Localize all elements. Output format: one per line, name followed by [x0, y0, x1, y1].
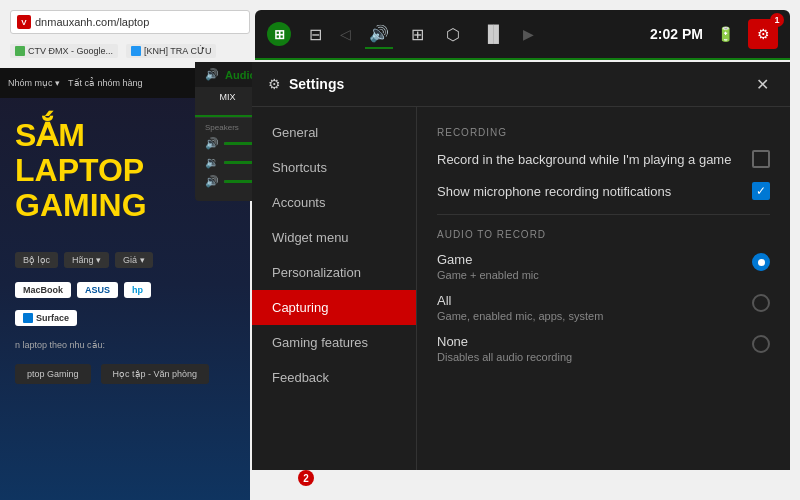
brand-macbook: MacBook	[15, 282, 71, 298]
nav-filter: Tất cả nhóm hàng	[68, 78, 143, 88]
nav-item-gaming-features[interactable]: Gaming features	[252, 325, 416, 360]
website-filters: Bộ lọc Hãng ▾ Giá ▾	[0, 244, 250, 276]
audio-vol-icon-2: 🔊	[205, 175, 219, 188]
section-divider	[437, 214, 770, 215]
recording-checkbox-0[interactable]	[752, 150, 770, 168]
settings-gear-icon: ⚙	[268, 76, 281, 92]
website-bottom-text: n laptop theo nhu cầu:	[0, 332, 250, 358]
audio-radio-none: None Disables all audio recording	[437, 334, 770, 363]
settings-header: ⚙ Settings ✕	[252, 62, 790, 107]
audio-speaker-icon: 🔊	[205, 68, 219, 81]
audio-radio-main-0: Game	[437, 252, 742, 267]
audio-radio-sub-1: Game, enabled mic, apps, system	[437, 310, 742, 322]
nav-item-capturing[interactable]: Capturing	[252, 290, 416, 325]
bookmark-2[interactable]: [KNH] TRA CỨU	[126, 44, 216, 58]
bookmark-label-2: [KNH] TRA CỨU	[144, 46, 211, 56]
browser-address-bar: V dnmauxanh.com/laptop	[10, 10, 250, 34]
surface-icon	[23, 313, 33, 323]
bar-icon-widget[interactable]: ⊟	[305, 21, 326, 48]
nav-item-accounts[interactable]: Accounts	[252, 185, 416, 220]
recording-checkbox-1[interactable]: ✓	[752, 182, 770, 200]
settings-nav: General Shortcuts Accounts Widget menu P…	[252, 107, 417, 470]
brand-row-1: MacBook ASUS hp	[0, 276, 250, 304]
filter-btn-2[interactable]: Giá ▾	[115, 252, 153, 268]
bar-separator-1: ◁	[340, 26, 351, 42]
audio-speaker-row-icon: 🔊	[205, 137, 219, 150]
bar-icon-audio[interactable]: 🔊	[365, 20, 393, 49]
recording-row-0: Record in the background while I'm playi…	[437, 150, 770, 168]
website-tabs: ptop Gaming Học tập - Văn phòng	[0, 358, 250, 390]
nav-item-personalization[interactable]: Personalization	[252, 255, 416, 290]
xbox-game-bar: ⊞ ⊟ ◁ 🔊 ⊞ ⬡ ▐▌ ▶ 2:02 PM 🔋 ⚙ 1	[255, 10, 790, 60]
audio-radio-main-1: All	[437, 293, 742, 308]
nav-item-widget-menu[interactable]: Widget menu	[252, 220, 416, 255]
settings-button[interactable]: ⚙ 1	[748, 19, 778, 49]
audio-radio-all: All Game, enabled mic, apps, system	[437, 293, 770, 322]
brand-hp: hp	[124, 282, 151, 298]
nav-item-general[interactable]: General	[252, 115, 416, 150]
audio-radio-text-2: None Disables all audio recording	[437, 334, 742, 363]
nav-menu: Nhóm mục ▾	[8, 78, 60, 88]
audio-radio-text-1: All Game, enabled mic, apps, system	[437, 293, 742, 322]
settings-title: Settings	[289, 76, 344, 92]
audio-radio-btn-2[interactable]	[752, 335, 770, 353]
recording-label-1: Show microphone recording notifications	[437, 184, 742, 199]
audio-radio-btn-1[interactable]	[752, 294, 770, 312]
favicon: V	[17, 15, 31, 29]
audio-radio-main-2: None	[437, 334, 742, 349]
audio-section-title: AUDIO TO RECORD	[437, 229, 770, 240]
url-text: dnmauxanh.com/laptop	[35, 16, 149, 28]
bookmarks-bar: CTV ĐMX - Google... [KNH] TRA CỨU	[10, 40, 250, 62]
badge-2: 2	[298, 470, 314, 486]
brand-surface: Surface	[15, 310, 77, 326]
brand-asus: ASUS	[77, 282, 118, 298]
bookmark-1[interactable]: CTV ĐMX - Google...	[10, 44, 118, 58]
recording-row-1: Show microphone recording notifications …	[437, 182, 770, 200]
bar-icon-screen[interactable]: ⊞	[407, 21, 428, 48]
bookmark-icon-1	[15, 46, 25, 56]
audio-tab-mix[interactable]: MIX	[195, 87, 260, 117]
bar-icon-performance[interactable]: ▐▌	[478, 21, 509, 47]
xbox-icon: ⊞	[267, 22, 291, 46]
website-tab-1[interactable]: Học tập - Văn phòng	[101, 364, 210, 384]
recording-section-title: RECORDING	[437, 127, 770, 138]
filter-btn-1[interactable]: Hãng ▾	[64, 252, 109, 268]
filter-btn-0[interactable]: Bộ lọc	[15, 252, 58, 268]
gear-icon: ⚙	[757, 26, 770, 42]
audio-radio-sub-2: Disables all audio recording	[437, 351, 742, 363]
audio-radio-sub-0: Game + enabled mic	[437, 269, 742, 281]
bar-time: 2:02 PM	[650, 26, 703, 42]
bookmark-label-1: CTV ĐMX - Google...	[28, 46, 113, 56]
audio-radio-text-0: Game Game + enabled mic	[437, 252, 742, 281]
nav-item-shortcuts[interactable]: Shortcuts	[252, 150, 416, 185]
bookmark-icon-2	[131, 46, 141, 56]
recording-label-0: Record in the background while I'm playi…	[437, 152, 742, 167]
brand-row-2: Surface	[0, 304, 250, 332]
settings-body: General Shortcuts Accounts Widget menu P…	[252, 107, 790, 470]
nav-item-feedback[interactable]: Feedback	[252, 360, 416, 395]
settings-close-button[interactable]: ✕	[750, 72, 774, 96]
audio-radio-game: Game Game + enabled mic	[437, 252, 770, 281]
website-tab-0[interactable]: ptop Gaming	[15, 364, 91, 384]
audio-radio-btn-0[interactable]	[752, 253, 770, 271]
settings-content: RECORDING Record in the background while…	[417, 107, 790, 470]
badge-1: 1	[770, 13, 784, 27]
bar-separator-2: ▶	[523, 26, 534, 42]
battery-icon: 🔋	[717, 26, 734, 42]
settings-panel: ⚙ Settings ✕ General Shortcuts Accounts …	[252, 62, 790, 470]
bar-icon-capture[interactable]: ⬡	[442, 21, 464, 48]
audio-vol-icon-1: 🔉	[205, 156, 219, 169]
